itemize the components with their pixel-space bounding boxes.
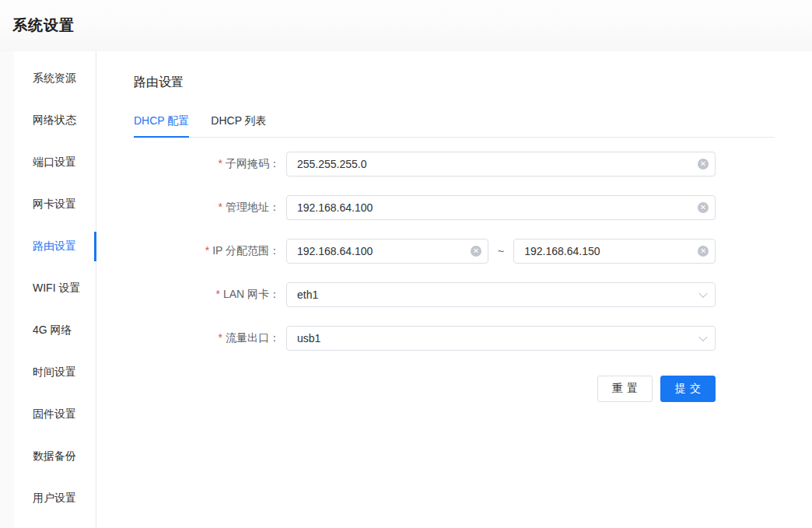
sidebar-item-firmware-settings[interactable]: 固件设置 xyxy=(14,393,96,435)
main-panel: 路由设置 DHCP 配置 DHCP 列表 *子网掩码： ✕ *管理地址： ✕ xyxy=(96,51,812,528)
form-row-ip-range: *IP 分配范围： ✕ ~ ✕ xyxy=(134,239,716,264)
form-actions: 重置 提交 xyxy=(134,376,716,402)
ip-range-start-wrap: ✕ xyxy=(286,239,488,264)
lan-nic-label: *LAN 网卡： xyxy=(134,288,280,302)
sidebar-item-nic-settings[interactable]: 网卡设置 xyxy=(14,184,96,226)
mgmt-address-label: *管理地址： xyxy=(134,201,280,215)
subnet-mask-input[interactable] xyxy=(286,152,716,177)
form-row-lan-nic: *LAN 网卡： xyxy=(134,282,716,307)
page-header: 系统设置 xyxy=(0,0,812,51)
ip-range-start-input[interactable] xyxy=(286,239,488,264)
content-area: 系统资源 网络状态 端口设置 网卡设置 路由设置 WIFI 设置 4G 网络 时… xyxy=(14,51,812,528)
tab-dhcp-list[interactable]: DHCP 列表 xyxy=(211,107,266,138)
subnet-mask-input-wrap: ✕ xyxy=(286,152,716,177)
reset-button[interactable]: 重置 xyxy=(597,376,653,402)
range-separator: ~ xyxy=(498,245,504,257)
ip-range-end-input[interactable] xyxy=(513,239,716,264)
mgmt-address-input[interactable] xyxy=(286,195,716,220)
submit-button[interactable]: 提交 xyxy=(660,376,716,402)
required-asterisk: * xyxy=(219,331,222,344)
traffic-outlet-label: *流量出口： xyxy=(134,331,280,345)
traffic-outlet-select[interactable] xyxy=(286,326,716,351)
sidebar-item-network-status[interactable]: 网络状态 xyxy=(14,100,96,142)
lan-nic-select[interactable] xyxy=(286,282,716,307)
sidebar-item-system-resources[interactable]: 系统资源 xyxy=(14,58,96,100)
sidebar-item-wifi-settings[interactable]: WIFI 设置 xyxy=(14,267,96,309)
tab-dhcp-config[interactable]: DHCP 配置 xyxy=(134,107,189,138)
clear-icon[interactable]: ✕ xyxy=(471,246,481,257)
sidebar-item-time-settings[interactable]: 时间设置 xyxy=(14,351,96,393)
traffic-outlet-select-input[interactable] xyxy=(286,326,716,351)
tab-bar: DHCP 配置 DHCP 列表 xyxy=(134,107,775,138)
required-asterisk: * xyxy=(215,288,219,300)
mgmt-address-input-wrap: ✕ xyxy=(286,195,716,220)
sidebar-item-route-settings[interactable]: 路由设置 xyxy=(14,226,96,267)
clear-icon[interactable]: ✕ xyxy=(698,202,709,213)
ip-range-end-wrap: ✕ xyxy=(513,239,716,264)
subnet-mask-label: *子网掩码： xyxy=(134,157,280,171)
sidebar-item-4g-network[interactable]: 4G 网络 xyxy=(14,309,96,351)
required-asterisk: * xyxy=(219,157,222,170)
sidebar-item-port-settings[interactable]: 端口设置 xyxy=(14,142,96,184)
form-row-subnet-mask: *子网掩码： ✕ xyxy=(134,152,716,177)
form-row-mgmt-address: *管理地址： ✕ xyxy=(134,195,716,220)
page-title: 系统设置 xyxy=(12,16,75,36)
section-title: 路由设置 xyxy=(134,75,775,91)
clear-icon[interactable]: ✕ xyxy=(698,246,709,257)
required-asterisk: * xyxy=(205,244,209,257)
ip-range-label: *IP 分配范围： xyxy=(134,244,280,258)
sidebar: 系统资源 网络状态 端口设置 网卡设置 路由设置 WIFI 设置 4G 网络 时… xyxy=(14,51,96,528)
sidebar-item-data-backup[interactable]: 数据备份 xyxy=(14,435,96,477)
required-asterisk: * xyxy=(219,201,222,213)
sidebar-item-user-settings[interactable]: 用户设置 xyxy=(14,477,96,519)
lan-nic-select-input[interactable] xyxy=(286,282,716,307)
form-row-traffic-outlet: *流量出口： xyxy=(134,326,716,351)
dhcp-config-form: *子网掩码： ✕ *管理地址： ✕ *IP 分配范围： ✕ xyxy=(134,152,716,402)
clear-icon[interactable]: ✕ xyxy=(698,159,709,170)
